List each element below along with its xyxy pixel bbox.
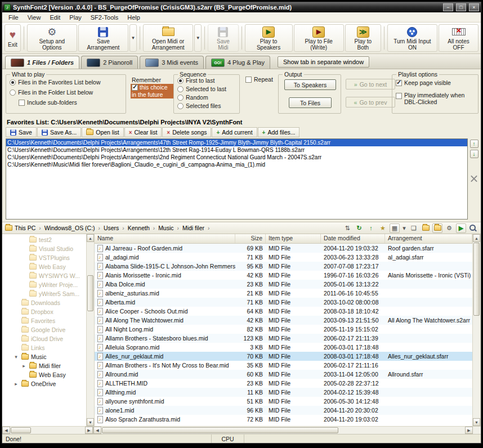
settings-gear-icon[interactable]: ⚙	[444, 223, 454, 233]
favorites-list-radio[interactable]	[10, 79, 16, 86]
tree-chevron-icon[interactable]: ▸	[13, 381, 19, 387]
tree-chevron-icon[interactable]: ▸	[21, 363, 27, 369]
file-row[interactable]: Alice Cooper - Schools Out.mid 64 KB MID…	[95, 307, 472, 316]
save-arrangement-button[interactable]: Save Arrangement	[78, 24, 128, 52]
scrollbar-thumb[interactable]	[102, 427, 338, 433]
go-to-next-button[interactable]: » Go to next	[346, 79, 395, 89]
tree-horizontal-scrollbar[interactable]: ◀ ▶	[2, 427, 93, 434]
file-row[interactable]: allyoune synthfont.mid 51 KB MID File 20…	[95, 397, 472, 406]
column-header-date-modified[interactable]: Date modified	[321, 234, 385, 243]
sort-icon[interactable]: ⇅	[342, 223, 352, 233]
tree-item[interactable]: ▸ Midi filer	[2, 361, 86, 370]
file-row[interactable]: al_adagi.mid 71 KB MID File 2003-06-23 1…	[95, 253, 472, 262]
tree-item[interactable]: Visual Studio	[2, 244, 86, 253]
minimize-button[interactable]: −	[443, 3, 453, 11]
desktop-icon[interactable]: ❏	[409, 223, 419, 233]
play-on-dblclick-checkbox[interactable]	[396, 93, 402, 99]
tree-item[interactable]: yWriter Proje...	[2, 280, 86, 289]
show-tab-separate-window-button[interactable]: Show tab in separate window	[278, 56, 369, 68]
tree-item[interactable]: Google Drive	[2, 325, 86, 334]
tree-item[interactable]: Downloads	[2, 298, 86, 307]
run-icon[interactable]: ▶	[456, 223, 466, 233]
favorites-list-item[interactable]: C:\Users\Kenneth\Music\Midi filer foreve…	[6, 161, 467, 168]
file-row[interactable]: ALLTHETH.MID 23 KB MID File 2005-02-28 2…	[95, 379, 472, 388]
scroll-right-arrow[interactable]: ▶	[465, 427, 473, 434]
tree-item[interactable]: ▾ Music	[2, 352, 86, 361]
exit-button[interactable]: ♥ Exit	[5, 24, 21, 52]
scroll-up-arrow[interactable]: ▲	[473, 234, 480, 242]
menu-item[interactable]: Edit	[45, 13, 65, 22]
favorites-list-item[interactable]: C:\Users\Kenneth\Documents\Delphi Projec…	[6, 139, 467, 146]
scroll-left-arrow[interactable]: ◀	[93, 427, 101, 434]
keep-page-visible-checkbox[interactable]	[396, 80, 402, 86]
to-files-button[interactable]: To Files	[289, 97, 332, 108]
add-current-button[interactable]: + Add current	[212, 127, 257, 137]
save-as-button[interactable]: Save As...	[37, 127, 81, 137]
play-to-both-button[interactable]: Play to Both	[345, 24, 381, 52]
menu-item[interactable]: Help	[123, 13, 145, 22]
save-arrangement-dropdown[interactable]: ▼	[129, 24, 137, 52]
scroll-down-arrow[interactable]: ▼	[473, 418, 480, 426]
refresh-icon[interactable]: ↻	[354, 223, 364, 233]
file-row[interactable]: Alba Dolce.mid 23 KB MID File 2005-01-06…	[95, 280, 472, 289]
selected-files-radio[interactable]	[177, 103, 184, 109]
tree-item[interactable]: ▸ OneDrive	[2, 379, 86, 388]
scrollbar-thumb[interactable]	[473, 243, 480, 316]
tree-chevron-icon[interactable]: ▾	[13, 354, 19, 360]
folder-options-icon[interactable]	[432, 223, 442, 233]
column-header-name[interactable]: Name	[95, 234, 235, 243]
include-subfolders-checkbox[interactable]	[19, 100, 25, 106]
tree-item[interactable]: Links	[2, 343, 86, 352]
selected-to-last-radio[interactable]	[177, 86, 184, 92]
list-horizontal-scrollbar[interactable]: ◀ ▶	[93, 427, 473, 434]
column-header-item-type[interactable]: Item type	[266, 234, 321, 243]
tree-item[interactable]: Favorites	[2, 316, 86, 325]
tab-midi-events[interactable]: 3 Midi events	[140, 56, 204, 69]
file-row[interactable]: alone1.mid 96 KB MID File 2004-11-20 20:…	[95, 406, 472, 415]
file-row[interactable]: All Night Long.mid 82 KB MID File 2005-1…	[95, 325, 472, 334]
move-down-button[interactable]: ↓	[470, 150, 478, 158]
menu-item[interactable]: File	[4, 13, 23, 22]
scroll-right-arrow[interactable]: ▶	[85, 427, 93, 434]
to-speakers-button[interactable]: To Speakers	[284, 79, 336, 90]
delete-songs-button[interactable]: × Delete songs	[162, 127, 211, 137]
menu-item[interactable]: Play	[65, 13, 86, 22]
tree-item[interactable]: iCloud Drive	[2, 334, 86, 343]
views-icon[interactable]: ▦	[390, 223, 400, 233]
search-icon[interactable]	[468, 223, 478, 233]
column-header-size[interactable]: Size	[235, 234, 266, 243]
open-list-button[interactable]: Open list	[82, 127, 123, 137]
all-notes-off-button[interactable]: All notes OFF	[439, 24, 478, 52]
tree-item[interactable]: Dropbox	[2, 307, 86, 316]
file-row[interactable]: Allround.mid 60 KB MID File 2003-11-04 1…	[95, 370, 472, 379]
favorites-star-icon[interactable]: ★	[378, 223, 388, 233]
close-button[interactable]: ×	[469, 3, 479, 11]
tab-plug-play[interactable]: GO! 4 Plug & Play	[205, 56, 270, 69]
folder-shortcut-icon[interactable]	[421, 223, 431, 233]
play-to-speakers-button[interactable]: Play to Speakers	[245, 24, 293, 52]
tree-item[interactable]: Web Easy	[2, 370, 86, 379]
folder-list-radio[interactable]	[10, 89, 16, 96]
file-row[interactable]: Allamn Brothers - Statesboro blues.mid 1…	[95, 334, 472, 343]
setup-options-button[interactable]: ⚙ Setup and Options	[27, 24, 77, 52]
up-level-icon[interactable]: ↑	[366, 223, 376, 233]
tab-pianoroll[interactable]: 2 Pianoroll	[81, 56, 138, 69]
save-button[interactable]: Save	[6, 127, 37, 137]
tree-item[interactable]: test2	[2, 235, 86, 244]
file-row[interactable]: Alabama Slide-1915-C L Johnson-John Remm…	[95, 262, 472, 271]
file-row[interactable]: albeniz_asturias.mid 21 KB MID File 2011…	[95, 289, 472, 298]
file-row[interactable]: Alleluia Soprano.mid 3 KB MID File 2006-…	[95, 343, 472, 352]
midi-input-button[interactable]: Turn Midi Input ON	[387, 24, 437, 52]
file-row[interactable]: Allman Brothers - It's Not My Cross to B…	[95, 361, 472, 370]
maximize-button[interactable]: □	[456, 3, 466, 11]
open-midi-dropdown[interactable]: ▼	[194, 24, 202, 52]
menu-item[interactable]: SF2-Tools	[86, 13, 123, 22]
random-radio[interactable]	[177, 95, 184, 101]
save-midi-button[interactable]: Save Midi	[208, 24, 238, 52]
play-to-file-button[interactable]: Play to File (Write)	[294, 24, 344, 52]
clear-list-button[interactable]: × Clear list	[124, 127, 162, 137]
scroll-down-arrow[interactable]: ▼	[87, 418, 94, 426]
views-dropdown-icon[interactable]: ▾	[401, 223, 407, 233]
add-files-button[interactable]: + Add files...	[258, 127, 300, 137]
tree-item[interactable]: Web Easy	[2, 262, 86, 271]
